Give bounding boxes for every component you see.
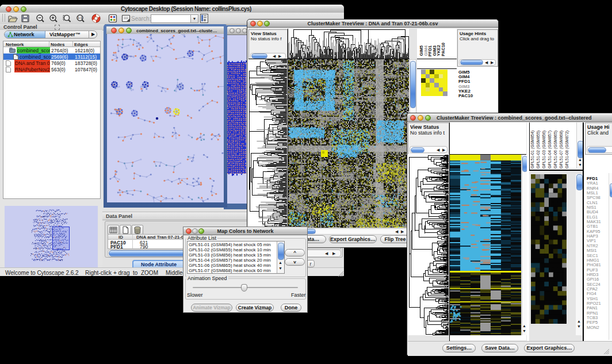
svg-text:1:1: 1:1 — [78, 16, 82, 20]
